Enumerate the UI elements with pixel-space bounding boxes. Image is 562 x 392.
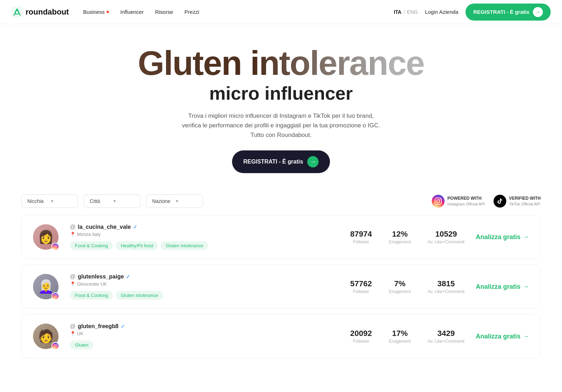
verified-icon: ✓ (133, 224, 137, 230)
tag: Food & Cooking (70, 241, 113, 250)
filter-nazione[interactable]: Nazione ▾ (146, 194, 203, 208)
tiktok-badge-icon (494, 195, 506, 208)
business-dot (106, 11, 109, 13)
location-text: Monza Italy (77, 232, 100, 237)
nav-right: ITA / ENG Login Azienda REGISTRATI - È g… (394, 4, 551, 21)
lang-eng[interactable]: ENG (407, 9, 418, 15)
hero-description: Trova i migliori micro influencer di Ins… (182, 111, 380, 140)
instagram-badge-icon (432, 195, 445, 208)
nicchia-chevron-icon: ▾ (51, 199, 72, 204)
card-info: @ gluten_freegb8 ✓ 📍 UK Gluten (70, 323, 339, 349)
nav-prezzi[interactable]: Prezzi (184, 9, 199, 15)
nav-influencer[interactable]: Influencer (120, 9, 144, 15)
card-action: Analizza gratis → (476, 333, 529, 340)
analyze-button[interactable]: Analizza gratis → (476, 283, 529, 291)
stat-value: 7% (389, 279, 411, 288)
username-text: gluten_freegb8 (78, 323, 119, 330)
location-pin-icon: 📍 (70, 232, 76, 237)
card-username: @ glutenless_paige ✓ (70, 274, 339, 280)
analyze-arrow-icon: → (523, 333, 529, 340)
powered-badges: POWERED WITH Instagram Official API VERI… (432, 195, 541, 208)
logo-icon (11, 6, 23, 18)
tag: Healthy/Fit food (116, 241, 158, 250)
username-text: la_cucina_che_vale (78, 224, 131, 230)
stat-value: 10529 (428, 230, 464, 239)
analyze-button[interactable]: Analizza gratis → (476, 233, 529, 241)
analyze-label: Analizza gratis (476, 233, 520, 241)
stat-value: 20092 (350, 329, 372, 338)
analyze-button[interactable]: Analizza gratis → (476, 333, 529, 340)
stat-value: 3429 (428, 329, 464, 338)
lang-ita[interactable]: ITA (394, 9, 402, 15)
stat-label: Av. Like+Commenti (428, 239, 464, 244)
card-info: @ glutenless_paige ✓ 📍 Gloucester UK Foo… (70, 274, 339, 300)
analyze-label: Analizza gratis (476, 333, 520, 340)
tag: Gluten (70, 341, 93, 349)
instagram-badge: POWERED WITH Instagram Official API (432, 195, 485, 208)
analyze-arrow-icon: → (523, 283, 529, 291)
hero-cta-button[interactable]: REGISTRATI - È gratis → (232, 150, 330, 173)
location-pin-icon: 📍 (70, 331, 76, 336)
influencer-card: 👩 @ la_cucina_che_vale ✓ 📍 Monza Italy F… (21, 215, 541, 259)
location-pin-icon: 📍 (70, 281, 76, 287)
location-text: UK (77, 331, 83, 336)
card-action: Analizza gratis → (476, 233, 529, 241)
register-arrow-icon: → (533, 7, 543, 17)
analyze-arrow-icon: → (523, 233, 529, 241)
nav-risorse[interactable]: Risorse (155, 9, 173, 15)
stat: 87974 Follower (350, 230, 372, 244)
tiktok-badge: VERIFIED WITH TikTok Official API (494, 195, 541, 208)
stat-label: Enagement (389, 289, 411, 294)
hero-section: Gluten intolerance micro influencer Trov… (0, 24, 562, 187)
influencer-card: 🧑 @ gluten_freegb8 ✓ 📍 UK Gluten 20092 (21, 314, 541, 358)
stat: 10529 Av. Like+Commenti (428, 230, 464, 244)
nazione-chevron-icon: ▾ (176, 199, 197, 204)
tag: Gluten intolerance (116, 291, 163, 300)
card-username: @ la_cucina_che_vale ✓ (70, 224, 339, 230)
logo-link[interactable]: roundabout (11, 6, 69, 18)
cards-section: 👩 @ la_cucina_che_vale ✓ 📍 Monza Italy F… (0, 215, 562, 372)
card-info: @ la_cucina_che_vale ✓ 📍 Monza Italy Foo… (70, 224, 339, 250)
login-button[interactable]: Login Azienda (425, 9, 458, 15)
card-location: 📍 Monza Italy (70, 232, 339, 237)
svg-rect-0 (11, 6, 23, 18)
card-stats: 87974 Follower 12% Enagement 10529 Av. L… (350, 230, 464, 244)
card-tags: Food & CookingHealthy/Fit foodGluten int… (70, 241, 339, 250)
stat-value: 57762 (350, 279, 372, 288)
avatar-wrap: 👩‍🦳 (33, 274, 59, 299)
ig-platform-icon (51, 342, 59, 350)
stat-label: Enagement (389, 339, 411, 344)
stat: 57762 Follower (350, 279, 372, 294)
register-button[interactable]: REGISTRATI - È gratis → (465, 4, 551, 21)
stat: 3429 Av. Like+Commenti (428, 329, 464, 344)
filter-nicchia[interactable]: Nicchia ▾ (21, 194, 78, 208)
card-username: @ gluten_freegb8 ✓ (70, 323, 339, 330)
stat-label: Follower (350, 339, 372, 344)
card-stats: 20092 Follower 17% Enagement 3429 Av. Li… (350, 329, 464, 344)
logo-text: roundabout (26, 7, 69, 17)
stat-value: 87974 (350, 230, 372, 239)
nav-links: Business Influencer Risorse Prezzi (83, 9, 394, 15)
stat-label: Follower (350, 239, 372, 244)
stat-label: Av. Like+Commenti (428, 339, 464, 344)
stat-label: Av. Like+Commenti (428, 289, 464, 294)
card-tags: Gluten (70, 341, 339, 349)
ig-platform-icon (51, 243, 59, 250)
avatar-wrap: 🧑 (33, 324, 59, 349)
navbar: roundabout Business Influencer Risorse P… (0, 0, 562, 24)
ig-platform-icon (51, 292, 59, 300)
nav-business[interactable]: Business (83, 9, 109, 15)
verified-icon: ✓ (121, 324, 125, 329)
stat: 3815 Av. Like+Commenti (428, 279, 464, 294)
stat-label: Follower (350, 289, 372, 294)
card-stats: 57762 Follower 7% Enagement 3815 Av. Lik… (350, 279, 464, 294)
filter-citta[interactable]: Città ▾ (84, 194, 140, 208)
stat-value: 3815 (428, 279, 464, 288)
hero-cta-arrow-icon: → (307, 156, 319, 167)
filters-section: Nicchia ▾ Città ▾ Nazione ▾ POWERED WITH… (0, 187, 562, 215)
influencer-card: 👩‍🦳 @ glutenless_paige ✓ 📍 Gloucester UK… (21, 265, 541, 309)
stat-label: Enagement (389, 239, 411, 244)
verified-icon: ✓ (126, 274, 130, 280)
location-text: Gloucester UK (77, 281, 107, 287)
card-location: 📍 Gloucester UK (70, 281, 339, 287)
